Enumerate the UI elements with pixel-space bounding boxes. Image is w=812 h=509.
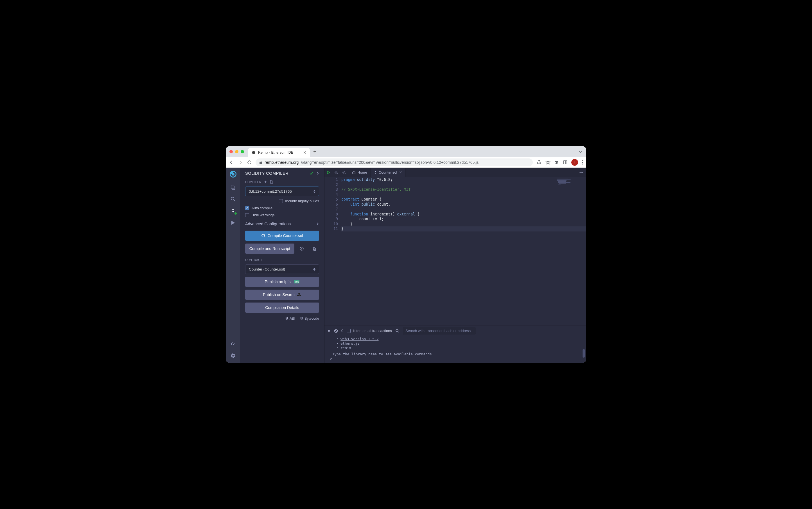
search-panel-icon[interactable]	[230, 196, 236, 202]
editor-tab-bar: Home Counter.sol ✕	[324, 168, 586, 177]
checkbox-checked-icon: ✓	[245, 206, 249, 210]
zoom-out-icon[interactable]	[332, 168, 340, 177]
nightly-checkbox[interactable]: Include nightly builds	[279, 199, 319, 203]
compilation-details-button[interactable]: Compilation Details	[245, 303, 319, 313]
hidewarnings-checkbox[interactable]: Hide warnings	[245, 213, 319, 217]
copy-script-icon[interactable]	[309, 243, 319, 253]
compile-button-label: Compile Counter.sol	[268, 233, 303, 238]
terminal-scrollbar[interactable]	[583, 349, 585, 358]
file-explorer-icon[interactable]	[230, 184, 236, 190]
avatar-letter: F	[573, 160, 575, 164]
compile-button[interactable]: Compile Counter.sol	[245, 231, 319, 241]
back-button[interactable]	[229, 160, 234, 165]
minimap[interactable]	[555, 177, 586, 326]
svg-line-10	[233, 200, 235, 201]
code-editor[interactable]: 1234567891011 pragma solidity ^0.6.8; //…	[324, 177, 586, 326]
svg-point-27	[298, 293, 300, 295]
remix-app: SOLIDITY COMPILER COMPILER	[226, 168, 586, 363]
expand-editor-icon[interactable]	[579, 168, 586, 177]
listen-checkbox[interactable]: listen on all transactions	[347, 329, 392, 333]
info-icon[interactable]	[296, 243, 307, 253]
compiler-select[interactable]: 0.6.12+commit.27d51765	[245, 186, 319, 196]
address-bar: remix.ethereum.org/#lang=en&optimize=fal…	[226, 157, 586, 168]
nightly-label: Include nightly builds	[285, 199, 319, 203]
pending-count: 0	[341, 329, 343, 333]
publish-swarm-button[interactable]: Publish on Swarm	[245, 290, 319, 300]
close-tab-icon[interactable]: ✕	[303, 150, 307, 155]
maximize-window-icon[interactable]	[241, 150, 244, 154]
settings-icon[interactable]	[230, 353, 236, 359]
add-compiler-icon[interactable]	[264, 180, 267, 183]
hidewarnings-label: Hide warnings	[251, 213, 274, 217]
close-window-icon[interactable]	[229, 150, 233, 154]
select-arrows-icon	[313, 268, 315, 271]
tab-counter-sol[interactable]: Counter.sol ✕	[371, 168, 406, 177]
svg-marker-12	[232, 211, 234, 213]
close-tab-icon[interactable]: ✕	[399, 171, 402, 174]
url-path: /#lang=en&optimize=false&runs=200&evmVer…	[301, 160, 478, 165]
solidity-compiler-icon[interactable]	[230, 208, 236, 214]
forward-button[interactable]	[238, 160, 243, 165]
compile-run-button[interactable]: Compile and Run script	[245, 243, 294, 253]
svg-marker-16	[313, 190, 315, 191]
copy-bytecode-button[interactable]: Bytecode	[300, 316, 319, 320]
svg-line-44	[335, 330, 337, 332]
deploy-run-icon[interactable]	[230, 220, 236, 226]
run-icon[interactable]	[324, 168, 332, 177]
panel-chevron-icon[interactable]	[316, 171, 319, 175]
share-icon[interactable]	[537, 160, 541, 165]
svg-line-37	[345, 173, 346, 174]
svg-rect-30	[301, 317, 302, 319]
select-arrows-icon	[313, 190, 315, 193]
svg-marker-24	[313, 269, 315, 271]
tab-favicon	[251, 150, 256, 155]
compiler-version: 0.6.12+commit.27d51765	[249, 189, 292, 194]
transaction-search-input[interactable]	[403, 327, 476, 335]
svg-rect-22	[313, 248, 315, 250]
ipfs-badge: ipfs	[294, 280, 300, 283]
terminal-clear-icon[interactable]	[334, 329, 338, 333]
lock-icon	[259, 161, 262, 164]
browser-menu-icon[interactable]	[582, 160, 583, 165]
bytecode-label: Bytecode	[305, 316, 319, 320]
zoom-in-icon[interactable]	[340, 168, 348, 177]
extensions-icon[interactable]	[555, 160, 559, 165]
compile-success-icon	[310, 171, 313, 175]
tab-menu-icon[interactable]	[579, 150, 583, 154]
svg-marker-41	[375, 173, 376, 174]
traffic-lights	[229, 150, 244, 154]
star-icon[interactable]	[545, 160, 551, 165]
remix-logo-icon[interactable]	[229, 170, 237, 178]
terminal-expand-icon[interactable]	[327, 329, 331, 333]
profile-avatar[interactable]: F	[571, 159, 578, 166]
browser-tab[interactable]: Remix - Ethereum IDE ✕	[248, 148, 310, 157]
code-content[interactable]: pragma solidity ^0.6.8; // SPDX-License-…	[341, 177, 586, 326]
reload-button[interactable]	[247, 160, 252, 165]
swarm-label: Publish on Swarm	[263, 293, 295, 297]
publish-ipfs-button[interactable]: Publish on Ipfs ipfs	[245, 277, 319, 287]
checkbox-unchecked-icon	[347, 329, 351, 333]
terminal-toolbar: 0 listen on all transactions	[324, 326, 586, 336]
tab-home[interactable]: Home	[348, 168, 371, 177]
contract-select[interactable]: Counter (Counter.sol)	[245, 264, 319, 274]
svg-point-45	[396, 330, 398, 332]
svg-rect-31	[301, 318, 303, 320]
url-bar[interactable]: remix.ethereum.org/#lang=en&optimize=fal…	[256, 159, 533, 166]
advanced-config-toggle[interactable]: Advanced Configurations	[245, 222, 319, 226]
advanced-label: Advanced Configurations	[245, 222, 291, 226]
copy-abi-button[interactable]: ABI	[285, 316, 295, 320]
autocompile-checkbox[interactable]: ✓ Auto compile	[245, 206, 319, 210]
svg-marker-17	[313, 192, 315, 193]
svg-marker-11	[232, 209, 234, 211]
new-tab-button[interactable]: +	[313, 148, 317, 155]
panel-icon[interactable]	[563, 160, 567, 165]
terminal-output[interactable]: web3 version 1.5.2ethers.jsremix Type th…	[324, 336, 586, 363]
plugin-manager-icon[interactable]	[230, 341, 236, 347]
ipfs-label: Publish on Ipfs	[265, 279, 291, 284]
home-tab-label: Home	[357, 170, 367, 174]
svg-point-6	[582, 164, 583, 164]
compiler-file-icon[interactable]	[270, 180, 273, 184]
compilation-details-label: Compilation Details	[265, 305, 299, 310]
minimize-window-icon[interactable]	[235, 150, 239, 154]
terminal-search-icon[interactable]	[395, 329, 399, 333]
